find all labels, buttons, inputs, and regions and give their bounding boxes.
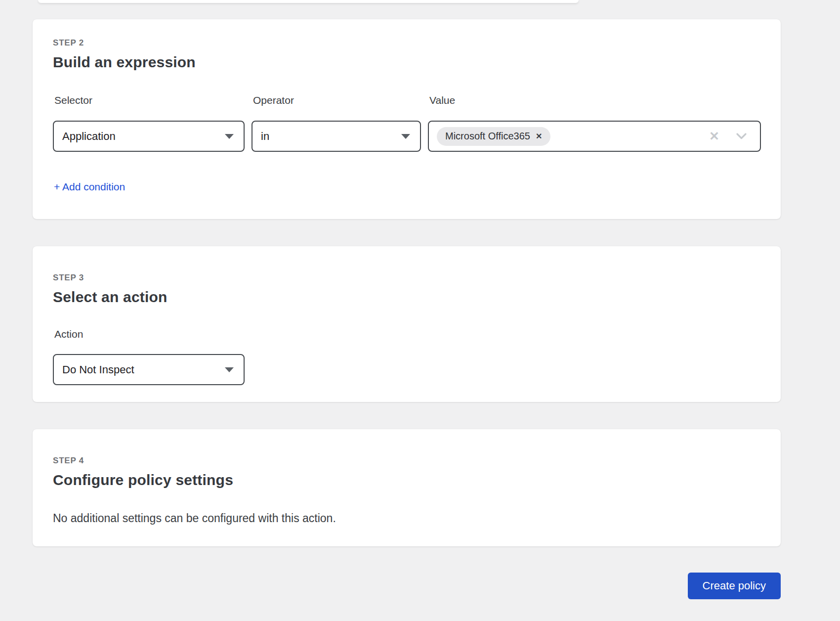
operator-field-label: Operator [253, 94, 421, 106]
operator-dropdown[interactable]: in [252, 121, 421, 152]
step3-card: STEP 3 Select an action Action Do Not In… [33, 246, 781, 402]
selector-field: Selector Application [53, 94, 245, 152]
dropdown-caret-icon [225, 134, 234, 139]
action-field-label: Action [54, 328, 245, 340]
dropdown-caret-icon [225, 367, 234, 372]
step4-card: STEP 4 Configure policy settings No addi… [33, 429, 781, 546]
page-content: STEP 2 Build an expression Selector Appl… [33, 0, 781, 599]
selector-dropdown[interactable]: Application [53, 121, 245, 152]
add-condition-link[interactable]: + Add condition [54, 181, 125, 193]
step3-label: STEP 3 [53, 273, 761, 283]
value-tag-text: Microsoft Office365 [445, 131, 530, 142]
tag-remove-icon[interactable]: ✕ [536, 133, 542, 140]
step2-label: STEP 2 [53, 38, 761, 48]
action-dropdown[interactable]: Do Not Inspect [53, 354, 245, 385]
step4-description: No additional settings can be configured… [53, 512, 761, 525]
expression-fields-row: Selector Application Operator in Value [53, 94, 761, 152]
action-dropdown-value: Do Not Inspect [62, 363, 225, 376]
value-multiselect[interactable]: Microsoft Office365 ✕ ✕ [428, 121, 761, 152]
selector-field-label: Selector [54, 94, 245, 106]
policy-builder-page: STEP 2 Build an expression Selector Appl… [0, 0, 840, 621]
clear-selection-icon[interactable]: ✕ [709, 130, 719, 142]
operator-field: Operator in [252, 94, 421, 152]
selector-dropdown-value: Application [62, 130, 225, 143]
action-field: Action Do Not Inspect [53, 328, 245, 385]
step4-title: Configure policy settings [53, 472, 761, 488]
value-field-label: Value [429, 94, 761, 106]
dropdown-caret-icon [401, 134, 410, 139]
footer-actions: Create policy [33, 573, 781, 599]
value-tag: Microsoft Office365 ✕ [437, 127, 550, 146]
step4-label: STEP 4 [53, 456, 761, 466]
step3-title: Select an action [53, 289, 761, 306]
step2-card: STEP 2 Build an expression Selector Appl… [33, 19, 781, 219]
step2-title: Build an expression [53, 54, 761, 71]
operator-dropdown-value: in [261, 130, 401, 143]
create-policy-button[interactable]: Create policy [688, 573, 781, 599]
chevron-down-icon[interactable] [736, 133, 747, 140]
value-field: Value Microsoft Office365 ✕ ✕ [428, 94, 761, 152]
